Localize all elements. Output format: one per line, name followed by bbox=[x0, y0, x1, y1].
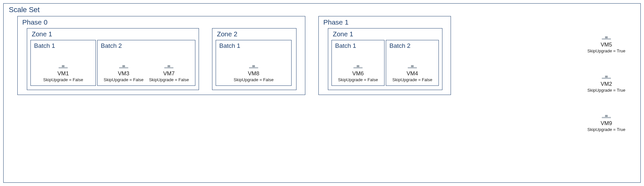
vm-skip-label: SkipUpgrade = False bbox=[234, 77, 274, 82]
phase-label: Phase 1 bbox=[323, 18, 447, 26]
phase0-zone1: Zone 1 Batch 1 VM1 SkipUpgrade = False bbox=[27, 28, 199, 90]
vm-skip-label: SkipUpgrade = False bbox=[149, 77, 189, 82]
vm-icon bbox=[160, 53, 178, 70]
vm-icon bbox=[115, 53, 133, 70]
zone-label: Zone 1 bbox=[32, 30, 195, 38]
vm-name: VM6 bbox=[338, 70, 378, 77]
batch-label: Batch 1 bbox=[335, 42, 382, 49]
vm-node: VM7 SkipUpgrade = False bbox=[149, 53, 189, 82]
vm-icon bbox=[244, 53, 263, 70]
batches-row: Batch 1 VM1 SkipUpgrade = False Batch 2 bbox=[30, 40, 195, 86]
vm-node: VM4 SkipUpgrade = False bbox=[392, 53, 432, 82]
phases-row: Phase 0 Zone 1 Batch 1 VM1 SkipUpgrade =… bbox=[17, 16, 636, 95]
vm-icon bbox=[597, 24, 616, 41]
vm-skip-label: SkipUpgrade = False bbox=[392, 77, 432, 82]
zones-row: Zone 1 Batch 1 VM6 SkipUpgrade = False bbox=[328, 28, 447, 90]
vm-skip-label: SkipUpgrade = False bbox=[104, 77, 144, 82]
vm-icon bbox=[597, 63, 616, 80]
vm-icon bbox=[403, 53, 421, 70]
phase1-zone1-batch1: Batch 1 VM6 SkipUpgrade = False bbox=[331, 40, 385, 86]
vm-name: VM3 bbox=[104, 70, 144, 77]
vm-skip-label: SkipUpgrade = True bbox=[587, 88, 625, 93]
vm-name: VM2 bbox=[587, 81, 625, 87]
batches-row: Batch 1 VM8 SkipUpgrade = False bbox=[216, 40, 293, 86]
batches-row: Batch 1 VM6 SkipUpgrade = False Batch 2 bbox=[331, 40, 439, 86]
vm-node: VM6 SkipUpgrade = False bbox=[338, 53, 378, 82]
zone-label: Zone 1 bbox=[333, 30, 439, 38]
vm-name: VM7 bbox=[149, 70, 189, 77]
phase0-zone2: Zone 2 Batch 1 VM8 SkipUpgrade = False bbox=[212, 28, 296, 90]
vm-node: VM2 SkipUpgrade = True bbox=[587, 63, 625, 93]
phase0-zone2-batch1: Batch 1 VM8 SkipUpgrade = False bbox=[216, 40, 292, 86]
phase0-zone1-batch2: Batch 2 VM3 SkipUpgrade = False VM7 bbox=[97, 40, 195, 86]
vm-name: VM4 bbox=[392, 70, 432, 77]
zone-label: Zone 2 bbox=[217, 30, 293, 38]
vm-node: VM9 SkipUpgrade = True bbox=[587, 102, 625, 132]
vm-node: VM3 SkipUpgrade = False bbox=[104, 53, 144, 82]
phase1-zone1-batch2: Batch 2 VM4 SkipUpgrade = False bbox=[386, 40, 439, 86]
scale-set-container: Scale Set Phase 0 Zone 1 Batch 1 VM1 bbox=[3, 3, 641, 183]
vm-name: VM8 bbox=[234, 70, 274, 77]
vm-name: VM9 bbox=[587, 120, 625, 127]
scale-set-title: Scale Set bbox=[9, 6, 636, 14]
vm-node: VM1 SkipUpgrade = False bbox=[43, 53, 83, 82]
batch-label: Batch 2 bbox=[101, 42, 192, 49]
vm-icon bbox=[349, 53, 367, 70]
vm-skip-label: SkipUpgrade = True bbox=[587, 48, 625, 53]
phase0-zone1-batch1: Batch 1 VM1 SkipUpgrade = False bbox=[30, 40, 96, 86]
vm-name: VM1 bbox=[43, 70, 83, 77]
phase-1: Phase 1 Zone 1 Batch 1 VM6 SkipUpgrade =… bbox=[318, 16, 451, 95]
loose-vms-column: VM5 SkipUpgrade = True VM2 SkipUpgrade =… bbox=[585, 23, 627, 132]
vm-node: VM5 SkipUpgrade = True bbox=[587, 24, 625, 53]
batch-label: Batch 1 bbox=[219, 42, 289, 49]
phase-label: Phase 0 bbox=[22, 18, 302, 26]
zones-row: Zone 1 Batch 1 VM1 SkipUpgrade = False bbox=[27, 28, 302, 90]
vm-skip-label: SkipUpgrade = False bbox=[338, 77, 378, 82]
vm-skip-label: SkipUpgrade = True bbox=[587, 127, 625, 132]
vm-skip-label: SkipUpgrade = False bbox=[43, 77, 83, 82]
batch-label: Batch 2 bbox=[389, 42, 436, 49]
vm-name: VM5 bbox=[587, 42, 625, 48]
vm-icon bbox=[597, 102, 616, 120]
vm-icon bbox=[54, 53, 72, 70]
vm-node: VM8 SkipUpgrade = False bbox=[234, 53, 274, 82]
batch-label: Batch 1 bbox=[34, 42, 93, 49]
phase1-zone1: Zone 1 Batch 1 VM6 SkipUpgrade = False bbox=[328, 28, 442, 90]
phase-0: Phase 0 Zone 1 Batch 1 VM1 SkipUpgrade =… bbox=[17, 16, 305, 95]
